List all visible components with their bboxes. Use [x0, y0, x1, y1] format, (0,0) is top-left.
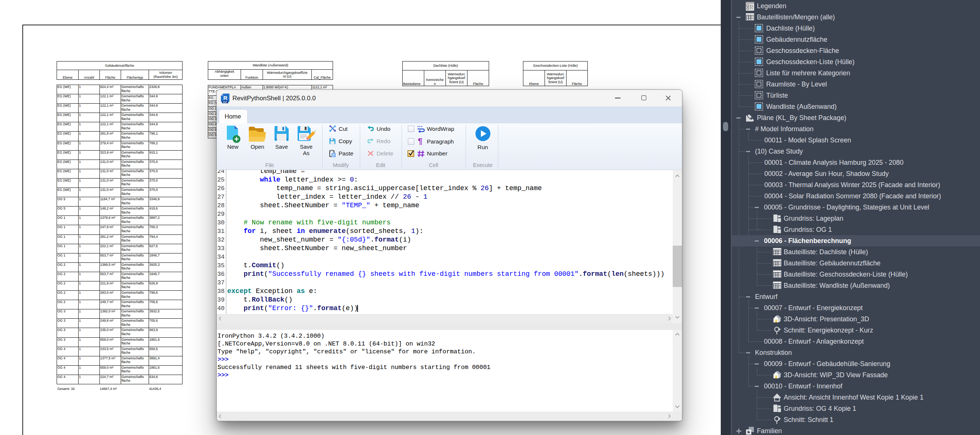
- svg-text:R: R: [223, 95, 228, 101]
- svg-text:RVT: RVT: [223, 101, 228, 103]
